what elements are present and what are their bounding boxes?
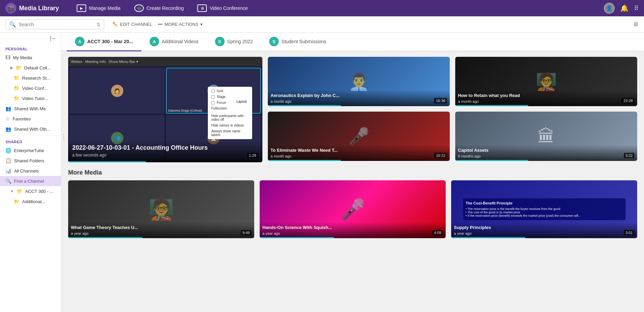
sidebar-item-favorites[interactable]: ☆ Favorites — [0, 114, 61, 124]
tab-student-submissions[interactable]: S Student Submissions — [261, 33, 335, 51]
video-ted-waste[interactable]: 🎤 To Eliminate Waste We Need T... a mont… — [268, 112, 450, 161]
sidebar-item-shared-with-me[interactable]: 👥 Shared With Me — [0, 103, 61, 114]
tab-acct-300[interactable]: A ACCT 300 - Mar 20... — [67, 33, 141, 51]
search-box[interactable]: 🔍 ⇅ — [5, 19, 104, 29]
tab-avatar-additional-videos: A — [150, 37, 159, 46]
supply-time-ago: a year ago — [454, 231, 472, 235]
more-actions-dots-icon: ••• — [158, 22, 163, 27]
search-input[interactable] — [19, 22, 94, 27]
webex-menu-grid[interactable]: Grid — [209, 88, 251, 94]
supply-overlay: Supply Principles a year ago — [451, 222, 637, 238]
game-theory-title: What Game Theory Teaches U... — [71, 225, 251, 231]
video-game-theory[interactable]: 🧑‍🏫 What Game Theory Teaches U... a year… — [68, 180, 254, 238]
sidebar-collapse[interactable]: |← — [0, 33, 61, 44]
main-featured-video[interactable]: Webex Meeting Info Show Menu Bar ▾ 👩 — [68, 57, 262, 162]
sidebar-item-video-conf[interactable]: 📁 Video Conf... — [0, 83, 61, 93]
supply-slide-point1: • The reservation price is the benefit t… — [466, 207, 623, 211]
supply-slide-title: The Cost-Benefit Principle — [466, 201, 623, 205]
video-squish[interactable]: 🎤 Hands-On Science With Squish... a year… — [260, 180, 446, 238]
aeronautics-time-ago: a month ago — [271, 99, 291, 103]
layout-button[interactable]: Layout — [234, 99, 249, 104]
more-media-label: More Media — [68, 169, 637, 176]
webex-dropdown-menu: Layout Grid Stage — [208, 87, 252, 139]
squish-time-ago: a year ago — [262, 231, 280, 235]
tab-avatar-spring-2022: S — [215, 37, 225, 46]
retain-duration: 23:28 — [622, 98, 634, 103]
squish-thumb-person: 🎤 — [340, 197, 366, 221]
video-capitol-assets[interactable]: 🏛 Capitol Assets 6 months ago 3:22 — [455, 112, 637, 161]
monitor-icon[interactable]: 🖥 — [632, 21, 639, 28]
sidebar-label-favorites: Favorites — [13, 116, 31, 121]
squish-progress-bar — [260, 237, 334, 238]
toolbar: 🔍 ⇅ ✏️ EDIT CHANNEL ••• MORE ACTIONS ▾ 🖥 — [0, 16, 644, 33]
aeronautics-overlay: Aeronautics Explain by John C... a month… — [268, 90, 450, 106]
brand-logo[interactable]: 🎬 Media Library — [5, 3, 59, 14]
retain-time-ago: a month ago — [458, 99, 479, 103]
create-recording-button[interactable]: 📹 Create Recording — [127, 2, 191, 15]
user-avatar[interactable]: 👤 — [604, 3, 615, 14]
webex-menu-always-show[interactable]: Always show name labels — [209, 128, 251, 138]
supply-meta: a year ago — [454, 231, 634, 235]
sidebar-item-research-st[interactable]: 📁 Research St... — [0, 73, 61, 83]
video-supply-principles[interactable]: The Cost-Benefit Principle • The reserva… — [451, 180, 637, 238]
sidebar-item-additional[interactable]: 📁 Additional... — [0, 196, 61, 207]
game-theory-overlay: What Game Theory Teaches U... a year ago — [68, 222, 254, 238]
sidebar-label-video-conf: Video Conf... — [22, 86, 48, 91]
game-theory-time-ago: a year ago — [71, 231, 89, 235]
retain-thumb-person: 🧑‍🏫 — [536, 72, 557, 92]
tab-spring-2022[interactable]: S Spring 2022 — [207, 33, 261, 51]
sidebar-item-acct-300[interactable]: ▼ 📁 ACCT 300 - ... — [0, 186, 61, 196]
capitol-assets-progress-bar — [455, 160, 528, 161]
sidebar-label-shared-with-oth: Shared With Oth... — [14, 127, 50, 132]
participant-avatar-1: 👩 — [111, 85, 123, 97]
video-retain[interactable]: 🧑‍🏫 How to Retain what you Read a month … — [455, 57, 637, 106]
capitol-assets-duration: 3:22 — [624, 153, 634, 158]
filter-icon[interactable]: ⇅ — [96, 22, 101, 27]
participant-1: 👩 — [70, 68, 165, 114]
capitol-assets-title: Capitol Assets — [458, 148, 634, 153]
capitol-assets-meta: 6 months ago — [458, 154, 634, 158]
sidebar-item-shared-folders[interactable]: 📋 Shared Folders — [0, 155, 61, 166]
chevron-down-icon: ▼ — [10, 189, 14, 193]
sidebar-item-my-media[interactable]: 🎞 My Media — [0, 52, 61, 63]
ted-thumb-person: 🎤 — [348, 127, 369, 146]
sidebar-item-shared-with-oth[interactable]: 👥 Shared With Oth... — [0, 124, 61, 134]
video-aeronautics[interactable]: 👨‍💼 Aeronautics Explain by John C... a m… — [268, 57, 450, 106]
side-thumbs-bottom-row: 🎤 To Eliminate Waste We Need T... a mont… — [268, 112, 637, 161]
collapse-sidebar-button[interactable]: |← — [50, 35, 57, 42]
main-thumb-overlay: 2022-06-27-10-03-01 - Accounting Office … — [68, 140, 262, 162]
notifications-bell[interactable]: 🔔 — [620, 4, 629, 12]
grid-checkbox — [211, 89, 215, 93]
sidebar-label-default-coll: Default Coll... — [24, 65, 51, 70]
capitol-thumb-scene: 🏛 — [538, 127, 555, 146]
supply-duration: 3:01 — [624, 230, 634, 235]
manage-media-button[interactable]: ▶ Manage Media — [70, 2, 127, 15]
logo-icon: 🎬 — [5, 3, 16, 14]
chevron-right-icon: ▶ — [10, 66, 13, 70]
edit-channel-button[interactable]: ✏️ EDIT CHANNEL — [112, 22, 152, 27]
main-video-meta: a few seconds ago 1:29 — [72, 153, 258, 158]
tab-additional-videos[interactable]: A Additional Videos — [141, 33, 207, 51]
sidebar-label-find-a-channel: Find a Channel — [14, 179, 44, 184]
game-theory-meta: a year ago — [71, 231, 251, 235]
webex-menu-hide-participants[interactable]: Hide participants with video off — [209, 113, 251, 122]
capitol-assets-time-ago: 6 months ago — [458, 154, 481, 158]
aeronautics-meta: a month ago — [271, 99, 447, 103]
webex-menu-fullscreen[interactable]: Fullscreen — [209, 105, 251, 111]
sidebar-item-all-channels[interactable]: 📊 All Channels — [0, 166, 61, 176]
default-coll-icon: 📁 — [16, 65, 21, 70]
more-actions-button[interactable]: ••• MORE ACTIONS ▾ — [158, 22, 203, 27]
sidebar-item-enterprise-tube[interactable]: 🌐 EnterpriseTube — [0, 145, 61, 155]
ted-waste-time-ago: a month ago — [271, 154, 291, 158]
chevron-down-icon: ▾ — [200, 22, 203, 27]
apps-grid-icon[interactable]: ⠿ — [634, 4, 639, 12]
webex-menu-hide-names[interactable]: Hide names in videos — [209, 122, 251, 128]
sidebar-three-dot-button[interactable]: ⋮ — [60, 133, 67, 141]
webex-topbar: Webex Meeting Info Show Menu Bar ▾ — [68, 57, 262, 66]
video-conference-button[interactable]: 🖥 Video Conference — [190, 2, 255, 15]
stage-checkbox — [211, 95, 215, 99]
sidebar-item-find-a-channel[interactable]: 🔍 Find a Channel — [0, 176, 61, 186]
sidebar-label-shared-folders: Shared Folders — [14, 158, 44, 163]
sidebar-item-video-tutor[interactable]: 📁 Video Tutor... — [0, 93, 61, 103]
sidebar-item-default-coll[interactable]: ▶ 📁 Default Coll... — [0, 63, 61, 73]
